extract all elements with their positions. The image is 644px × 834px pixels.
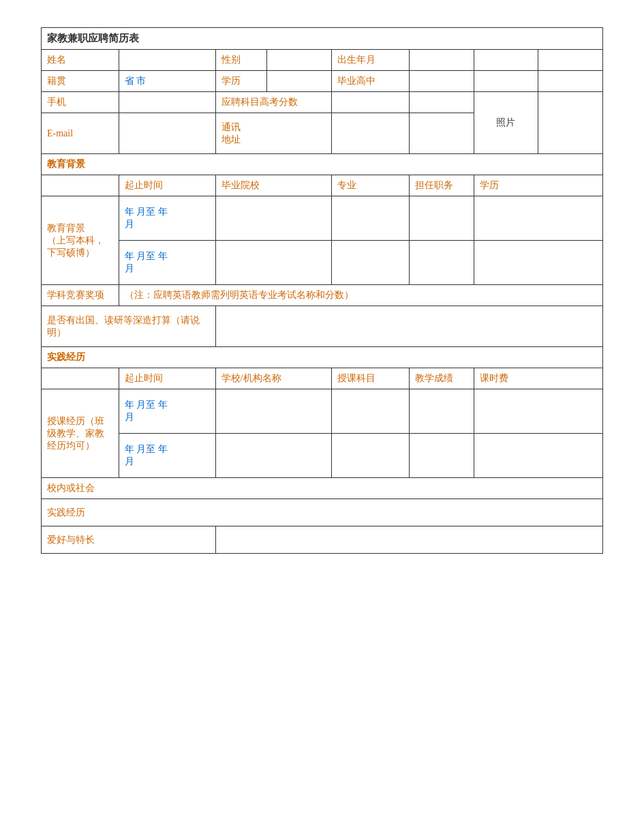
year-month-1[interactable]: 年 月至 年 月 <box>119 196 215 241</box>
phone-value[interactable] <box>119 92 215 113</box>
class-hour-fee-header: 课时费 <box>474 368 602 389</box>
edu-bg-detail-label: 教育背景 （上写本科，下写硕博） <box>42 196 119 285</box>
edu-level-label: 学历 <box>215 71 267 92</box>
address-value[interactable] <box>332 113 410 154</box>
year-month-2[interactable]: 年 月至 年 月 <box>119 241 215 285</box>
gender-value[interactable] <box>267 50 332 71</box>
address-value2[interactable] <box>409 113 474 154</box>
apply-subject-label: 应聘科目高考分数 <box>215 92 331 113</box>
edu-position-1[interactable] <box>409 196 474 241</box>
edu-col-empty <box>42 175 119 196</box>
practice-school-2[interactable] <box>215 434 331 478</box>
practice-subject-1[interactable] <box>332 389 410 434</box>
subject-header: 授课科目 <box>332 368 410 389</box>
practice-start-end-header: 起止时间 <box>119 368 215 389</box>
abroad-value[interactable] <box>215 306 602 347</box>
grad-school-value[interactable] <box>409 71 474 92</box>
photo-cell: 照片 <box>474 92 538 154</box>
edu-degree-1[interactable] <box>474 196 602 241</box>
practice-fee-2[interactable] <box>474 434 602 478</box>
birth-value3[interactable] <box>538 50 603 71</box>
photo-area <box>538 92 603 154</box>
teaching-exp-label: 授课经历（班级教学、家教经历均可） <box>42 389 119 478</box>
practice-result-1[interactable] <box>409 389 474 434</box>
birth-value2[interactable] <box>474 50 538 71</box>
email-value[interactable] <box>119 113 215 154</box>
practice-col-empty <box>42 368 119 389</box>
practice-exp-label: 实践经历 <box>42 499 603 526</box>
competition-label: 学科竞赛奖项 <box>42 285 119 306</box>
resume-table: 家教兼职应聘简历表 姓名 性别 出生年月 籍贯 省 市 学历 毕业高中 手机 应… <box>41 27 603 554</box>
year-month-4[interactable]: 年 月至 年 月 <box>119 434 215 478</box>
resume-title: 家教兼职应聘简历表 <box>42 28 603 50</box>
edu-college-2[interactable] <box>215 241 331 285</box>
abroad-label: 是否有出国、读研等深造打算（请说明） <box>42 306 216 347</box>
name-label: 姓名 <box>42 50 119 71</box>
grad-school-value3[interactable] <box>538 71 603 92</box>
start-end-time-header: 起止时间 <box>119 175 215 196</box>
edu-level-value[interactable] <box>267 71 332 92</box>
edu-college-1[interactable] <box>215 196 331 241</box>
edu-degree-header: 学历 <box>474 175 602 196</box>
grad-school-label: 毕业高中 <box>332 71 410 92</box>
edu-degree-2[interactable] <box>474 241 602 285</box>
practice-section-header: 实践经历 <box>42 347 603 368</box>
email-label: E-mail <box>42 113 119 154</box>
edu-major-2[interactable] <box>332 241 410 285</box>
apply-subject-value[interactable] <box>332 92 410 113</box>
school-org-header: 学校/机构名称 <box>215 368 331 389</box>
practice-school-1[interactable] <box>215 389 331 434</box>
phone-label: 手机 <box>42 92 119 113</box>
grad-college-header: 毕业院校 <box>215 175 331 196</box>
hobby-label: 爱好与特长 <box>42 526 216 554</box>
edu-position-2[interactable] <box>409 241 474 285</box>
grad-school-value2[interactable] <box>474 71 538 92</box>
name-value[interactable] <box>119 50 215 71</box>
hobby-value[interactable] <box>215 526 602 554</box>
birth-value[interactable] <box>409 50 474 71</box>
address-label: 通讯 地址 <box>215 113 331 154</box>
gender-label: 性别 <box>215 50 267 71</box>
origin-label: 籍贯 <box>42 71 119 92</box>
competition-note: （注：应聘英语教师需列明英语专业考试名称和分数） <box>119 285 602 306</box>
province-city: 省 市 <box>119 71 215 92</box>
campus-social-label: 校内或社会 <box>42 478 603 499</box>
position-header: 担任职务 <box>409 175 474 196</box>
teaching-result-header: 教学成绩 <box>409 368 474 389</box>
apply-subject-value2[interactable] <box>409 92 474 113</box>
practice-fee-1[interactable] <box>474 389 602 434</box>
practice-result-2[interactable] <box>409 434 474 478</box>
major-header: 专业 <box>332 175 410 196</box>
birth-label: 出生年月 <box>332 50 410 71</box>
edu-major-1[interactable] <box>332 196 410 241</box>
practice-subject-2[interactable] <box>332 434 410 478</box>
year-month-3[interactable]: 年 月至 年 月 <box>119 389 215 434</box>
edu-bg-section-header: 教育背景 <box>42 154 603 175</box>
